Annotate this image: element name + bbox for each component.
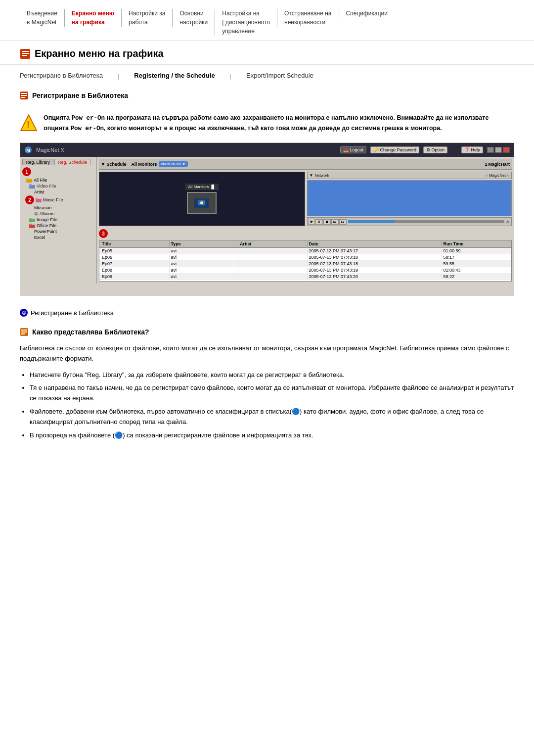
num-badge-3: 3: [99, 229, 108, 238]
svg-rect-20: [29, 219, 35, 222]
mock-badge-1: 1: [22, 167, 94, 176]
mock-table: Title Type Artist Date Run Time Ep05avi2…: [99, 240, 512, 282]
section2-heading-icon: [20, 328, 29, 336]
mock-badge-3-row: 3: [99, 229, 512, 238]
section-heading: Регистриране в Библиотека: [0, 87, 534, 108]
mock-tree-all-file: All File: [22, 177, 94, 183]
body-paragraph: Библиотека се състои от колекция от файл…: [0, 340, 534, 367]
mock-content: ▼ Schedule All Monitors 2005.10.20 ▼ 1 M…: [97, 157, 514, 284]
office-folder-icon: [29, 223, 35, 228]
table-row[interactable]: Ep08avi2005-07-13 PM 07:43:1901:00:43: [99, 267, 511, 274]
mock-logo-icon: M: [24, 146, 32, 154]
mock-tree-video: Video File: [22, 183, 94, 189]
svg-point-19: [36, 213, 37, 214]
mock-ctrl-next[interactable]: ⏭: [339, 219, 347, 225]
svg-rect-1: [22, 51, 29, 52]
svg-rect-7: [21, 97, 25, 98]
video-folder-icon: [29, 184, 35, 189]
mock-ctrl-play[interactable]: ▶: [309, 219, 315, 225]
mock-col-title: Title: [100, 241, 170, 246]
mock-badge-2: 2 Music File: [22, 195, 94, 204]
mock-option-btn[interactable]: ⚙ Option: [423, 146, 447, 153]
list-item: В прозореца на файловете (🔵) са показани…: [30, 430, 514, 441]
mock-table-header: Title Type Artist Date Run Time: [99, 240, 511, 248]
mock-body: Reg. Library Reg. Schedule 1 All File Vi…: [20, 157, 514, 284]
svg-rect-16: [36, 199, 42, 202]
monitor-screen-icon: [194, 198, 209, 208]
mock-col-type: Type: [170, 241, 239, 246]
warning-text: Опцията Pow er-On на програмата на сървъ…: [44, 113, 514, 134]
table-row[interactable]: Ep09avi2005-07-13 PM 07:43:2059:22: [99, 274, 511, 280]
svg-rect-29: [21, 331, 27, 332]
mock-ctrl-prev[interactable]: ⏮: [331, 219, 339, 225]
svg-rect-14: [29, 185, 35, 189]
mock-tree-musician: Musician: [22, 205, 94, 211]
sub-tab-reg-schedule[interactable]: Registering / the Schedule: [134, 72, 215, 80]
warning-icon: !: [20, 114, 38, 132]
nav-item-intro[interactable]: Въведениев MagicNet: [20, 9, 64, 27]
mock-tree-albums: Albums: [22, 211, 94, 217]
music-folder-icon: [36, 197, 42, 202]
list-item: Тя е направена по такъв начин, че да се …: [30, 383, 514, 404]
svg-rect-13: [26, 178, 29, 180]
sub-navigation: Регистриране в Библиотека | Registering …: [0, 65, 534, 87]
page-title: Екранно меню на графика: [35, 48, 164, 59]
section2-heading-text: Какво представлява Библиотека?: [32, 328, 149, 336]
svg-text:M: M: [26, 148, 30, 153]
image-folder-icon: [29, 217, 35, 222]
mock-monitor-display: All Monitors ▐▌: [99, 172, 305, 226]
svg-rect-21: [29, 218, 32, 219]
svg-rect-3: [22, 55, 27, 56]
mock-col-date: Date: [308, 241, 442, 246]
warning-box: ! Опцията Pow er-On на програмата на сър…: [20, 113, 514, 134]
mock-col-artist: Artist: [238, 241, 308, 246]
nav-item-remote[interactable]: Настройка на| дистанционнотоуправление: [215, 9, 277, 36]
svg-text:!: !: [27, 120, 30, 130]
sub-tab-export-import[interactable]: Export/Import Schedule: [246, 72, 313, 80]
svg-point-26: [200, 201, 203, 204]
screenshot-area: M MagicNet X 📤 Logout 🔑 Change Password …: [20, 142, 514, 296]
nav-item-troubleshoot[interactable]: Отстраняване нанеизправности: [277, 9, 339, 27]
section-label-bottom: ① Регистриране в Библиотека: [0, 305, 534, 321]
svg-rect-30: [21, 333, 25, 334]
folder-icon: [26, 178, 32, 183]
mock-ui: M MagicNet X 📤 Logout 🔑 Change Password …: [20, 143, 514, 295]
table-row[interactable]: Ep05avi2005-07-13 PM 07:43:1701:00:59: [99, 248, 511, 254]
mock-help-btn[interactable]: ❓ Help: [461, 146, 483, 153]
mock-tree-artist: Artist: [22, 189, 94, 195]
svg-rect-17: [36, 198, 39, 199]
table-row[interactable]: Ep06avi2005-07-13 PM 07:43:1858:17: [99, 254, 511, 261]
table-row[interactable]: Ep10avi2005-07-13 PM 07:43:2057:19: [99, 280, 511, 282]
mock-change-password-btn[interactable]: 🔑 Change Password: [370, 146, 419, 153]
nav-item-screen-menu[interactable]: Екранно меню на графика: [64, 9, 121, 27]
list-item: Натиснете бутона "Reg. Library", за да и…: [30, 370, 514, 380]
nav-item-specs[interactable]: Спецификации: [339, 9, 395, 18]
mock-sidebar: Reg. Library Reg. Schedule 1 All File Vi…: [20, 157, 97, 284]
mock-col-runtime: Run Time: [442, 241, 511, 246]
mock-monitor-controls: All Monitors ▐▌ ▼ Network: [99, 172, 512, 226]
section2-heading: Какво представлява Библиотека?: [0, 321, 534, 340]
num-badge-1: 1: [22, 167, 31, 176]
mock-ctrl-stop[interactable]: ⏹: [323, 219, 331, 225]
mock-tab-reg-schedule[interactable]: Reg. Schedule: [54, 159, 90, 165]
mock-network-controls: ▼ Network ○ MagicNet ○ ▶ ⏸ ⏹ ⏮ ⏭: [307, 172, 512, 226]
mock-schedule-date[interactable]: 2005.10.20 ▼: [159, 161, 187, 167]
mock-tab-reg-library[interactable]: Reg. Library: [22, 159, 53, 165]
nav-item-basic-settings[interactable]: Основнинастройки: [172, 9, 215, 27]
svg-rect-23: [29, 224, 32, 225]
mock-tree-office: Office File: [22, 223, 94, 229]
mock-ctrl-pause[interactable]: ⏸: [315, 219, 323, 225]
page-title-icon: [20, 48, 31, 59]
mock-tree-excel: Excel: [22, 235, 94, 240]
svg-rect-6: [21, 95, 27, 96]
mock-logout-btn[interactable]: 📤 Logout: [340, 146, 366, 153]
svg-rect-5: [21, 93, 27, 94]
page-title-section: Екранно меню на графика: [0, 41, 534, 65]
nav-item-settings[interactable]: Настройки заработа: [121, 9, 172, 27]
sub-tab-reg-library[interactable]: Регистриране в Библиотека: [20, 72, 103, 80]
info-badge: ①: [20, 309, 28, 317]
mock-titlebar: M MagicNet X 📤 Logout 🔑 Change Password …: [20, 143, 514, 157]
section-heading-icon: [20, 91, 29, 100]
table-row[interactable]: Ep07avi2005-07-13 PM 07:43:1859:55: [99, 261, 511, 267]
mock-schedule-bar: ▼ Schedule All Monitors 2005.10.20 ▼ 1 M…: [99, 159, 512, 170]
